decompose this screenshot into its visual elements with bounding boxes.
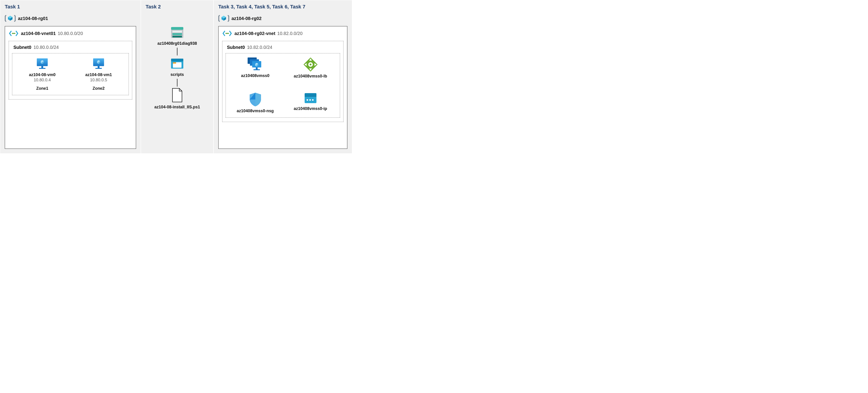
rg1-header: az104-08-rg01: [5, 14, 136, 23]
svg-point-55: [312, 99, 313, 101]
task1-panel: Task 1 az104-08-rg01: [0, 0, 141, 154]
vm0-zone: Zone1: [36, 86, 48, 91]
svg-point-53: [306, 99, 308, 101]
load-balancer-icon: [303, 57, 318, 72]
connector-line: [177, 79, 178, 87]
svg-point-5: [14, 33, 16, 34]
blob-container-icon: [169, 57, 185, 70]
file-name: az104-08-install_IIS.ps1: [154, 105, 200, 110]
task2-panel: Task 2 az10408rg01diag938: [141, 0, 214, 154]
vm1-name: az104-08-vm1: [85, 72, 112, 77]
svg-rect-28: [173, 62, 176, 64]
vnet1-header: az104-08-vnet01 10.80.0.0/20: [9, 30, 132, 37]
vm0-name: az104-08-vm0: [29, 72, 55, 77]
public-ip: az10408vmss0-ip: [285, 92, 336, 113]
svg-rect-23: [173, 33, 182, 35]
svg-point-45: [310, 64, 311, 65]
nsg-name: az10408vmss0-nsg: [237, 109, 274, 113]
svg-point-54: [309, 99, 311, 101]
vm1: az104-08-vm1 10.80.0.5 Zone2: [73, 57, 124, 91]
task3-title: Task 3, Task 4, Task 5, Task 6, Task 7: [218, 4, 347, 10]
vnet-icon: [9, 30, 19, 37]
vmss-name: az10408vmss0: [241, 73, 270, 78]
svg-point-3: [12, 33, 13, 34]
task1-title: Task 1: [5, 4, 136, 10]
svg-rect-19: [95, 68, 102, 69]
vnet1-cidr: 10.80.0.0/20: [58, 31, 83, 36]
vnet-icon: [222, 30, 232, 37]
svg-rect-41: [256, 67, 258, 69]
vm0: az104-08-vm0 10.80.0.4 Zone1: [17, 57, 68, 91]
vnet2-box: az104-08-rg02-vnet 10.82.0.0/20 Subnet0 …: [218, 26, 347, 149]
public-ip-icon: [303, 92, 318, 104]
vm-icon: [91, 57, 106, 71]
subnet1-inner: az104-08-vm0 10.80.0.4 Zone1: [12, 53, 129, 95]
subnet1-box: Subnet0 10.80.0.0/24: [9, 41, 132, 99]
vm1-zone: Zone2: [92, 86, 104, 91]
svg-rect-42: [253, 69, 260, 70]
vnet1-box: az104-08-vnet01 10.80.0.0/20 Subnet0 10.…: [5, 26, 136, 149]
svg-rect-11: [41, 66, 43, 68]
load-balancer: az10408vmss0-lb: [285, 57, 336, 79]
svg-rect-22: [173, 31, 182, 32]
svg-rect-12: [39, 68, 45, 69]
svg-rect-24: [173, 36, 182, 37]
container-name: scripts: [170, 72, 184, 77]
vnet2-header: az104-08-rg02-vnet 10.82.0.0/20: [222, 30, 343, 37]
resource-group-icon: [218, 14, 229, 23]
vnet1-name: az104-08-vnet01: [21, 31, 56, 36]
subnet2-cidr: 10.82.0.0/24: [247, 45, 272, 50]
rg1-name: az104-08-rg01: [18, 16, 48, 21]
storage-account-icon: [169, 26, 185, 39]
rg2-name: az104-08-rg02: [231, 16, 261, 21]
vmss: az10408vmss0: [230, 57, 281, 79]
svg-rect-21: [171, 27, 183, 30]
vm0-ip: 10.80.0.4: [34, 78, 51, 83]
connector-line: [177, 48, 178, 55]
svg-rect-26: [171, 59, 183, 61]
resource-group-icon: [5, 14, 16, 23]
vm-icon: [35, 57, 50, 71]
nsg-icon: [249, 92, 262, 107]
task3-panel: Task 3, Task 4, Task 5, Task 6, Task 7 a…: [214, 0, 352, 154]
svg-point-4: [13, 33, 14, 34]
vnet2-name: az104-08-rg02-vnet: [235, 31, 275, 36]
svg-rect-52: [305, 96, 316, 96]
lb-name: az10408vmss0-lb: [294, 74, 327, 79]
svg-point-34: [228, 33, 229, 34]
nsg: az10408vmss0-nsg: [230, 92, 281, 113]
subnet1-name: Subnet0: [13, 45, 31, 50]
ip-name: az10408vmss0-ip: [294, 106, 327, 111]
subnet2-name: Subnet0: [227, 45, 245, 50]
svg-rect-51: [305, 93, 316, 96]
subnet2-inner: az10408vmss0: [225, 53, 340, 118]
task2-title: Task 2: [146, 4, 209, 10]
vnet2-cidr: 10.82.0.0/20: [277, 31, 303, 36]
svg-rect-18: [98, 66, 99, 68]
svg-point-33: [227, 33, 228, 34]
file-icon: [171, 88, 183, 103]
storage-name: az10408rg01diag938: [157, 41, 197, 46]
rg2-header: az104-08-rg02: [218, 14, 347, 23]
subnet2-box: Subnet0 10.82.0.0/24: [222, 41, 343, 122]
svg-point-32: [225, 33, 227, 34]
subnet1-cidr: 10.80.0.0/24: [33, 45, 59, 50]
vmss-icon: [247, 57, 264, 71]
vm1-ip: 10.80.0.5: [90, 78, 107, 83]
